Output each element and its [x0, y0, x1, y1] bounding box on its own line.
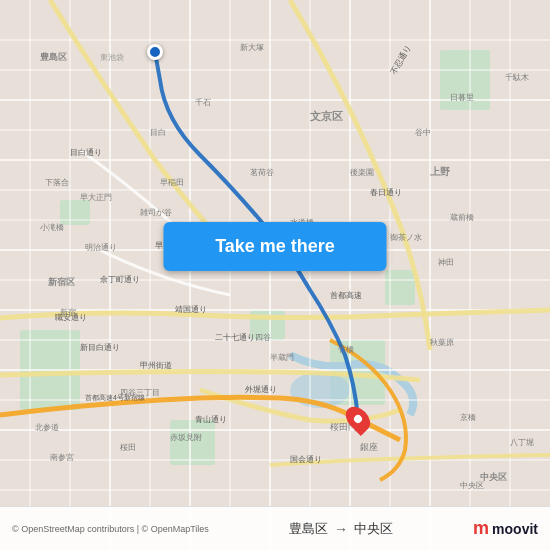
svg-text:千駄木: 千駄木 — [505, 73, 529, 82]
svg-text:八丁堀: 八丁堀 — [510, 438, 534, 447]
svg-text:下落合: 下落合 — [45, 178, 69, 187]
svg-text:蔵前橋: 蔵前橋 — [450, 213, 474, 222]
route-info: 豊島区 → 中央区 — [289, 520, 393, 538]
svg-rect-3 — [170, 420, 215, 465]
svg-text:東池袋: 東池袋 — [100, 53, 124, 62]
origin-label: 豊島区 — [289, 520, 328, 538]
svg-text:余丁町通り: 余丁町通り — [100, 275, 140, 284]
svg-text:後楽園: 後楽園 — [350, 168, 374, 177]
copyright-text: © OpenStreetMap contributors | © OpenMap… — [12, 524, 209, 534]
moovit-wordmark: moovit — [492, 521, 538, 537]
svg-text:京橋: 京橋 — [460, 413, 476, 422]
svg-text:雑司が谷: 雑司が谷 — [140, 208, 172, 217]
svg-text:谷中: 谷中 — [415, 128, 431, 137]
svg-text:中央区: 中央区 — [480, 472, 507, 482]
svg-text:明治通り: 明治通り — [85, 243, 117, 252]
svg-text:北参道: 北参道 — [35, 423, 59, 432]
moovit-logo: m moovit — [473, 518, 538, 539]
svg-text:南参宮: 南参宮 — [50, 453, 74, 462]
svg-rect-6 — [60, 200, 90, 225]
origin-pin — [147, 44, 163, 60]
map-svg: 不忍通り 目白通り 靖国通り 甲州街道 外堀通り 春日通り 国会通り 首都高速4… — [0, 0, 550, 550]
destination-pin — [348, 405, 368, 433]
svg-text:国会通り: 国会通り — [290, 455, 322, 464]
svg-text:新大塚: 新大塚 — [240, 43, 264, 52]
cta-label: Take me there — [215, 236, 335, 257]
svg-text:青山通り: 青山通り — [195, 415, 227, 424]
svg-text:靖国通り: 靖国通り — [175, 305, 207, 314]
svg-text:秋葉原: 秋葉原 — [430, 338, 454, 347]
svg-text:新宿区: 新宿区 — [48, 276, 75, 287]
svg-text:四谷三丁目: 四谷三丁目 — [120, 388, 160, 397]
svg-text:目白: 目白 — [150, 128, 166, 137]
svg-text:早稲田: 早稲田 — [160, 178, 184, 187]
svg-text:中央区: 中央区 — [460, 481, 484, 490]
svg-text:半蔵門: 半蔵門 — [270, 353, 294, 362]
svg-text:新目白通り: 新目白通り — [80, 343, 120, 352]
svg-text:豊島区: 豊島区 — [40, 52, 67, 62]
svg-text:桜田: 桜田 — [120, 443, 136, 452]
svg-text:不忍通り: 不忍通り — [389, 44, 413, 76]
svg-text:四谷: 四谷 — [255, 333, 271, 342]
svg-text:首都高速: 首都高速 — [330, 291, 362, 300]
moovit-m-letter: m — [473, 518, 489, 539]
svg-text:目白通り: 目白通り — [70, 148, 102, 157]
svg-text:神田: 神田 — [438, 258, 454, 267]
route-arrow: → — [334, 521, 348, 537]
svg-text:春日通り: 春日通り — [370, 188, 402, 197]
svg-text:小滝橋: 小滝橋 — [40, 223, 64, 232]
svg-text:新宿: 新宿 — [60, 308, 76, 317]
svg-text:千石: 千石 — [195, 98, 211, 107]
bottom-bar: © OpenStreetMap contributors | © OpenMap… — [0, 506, 550, 550]
svg-text:茗荷谷: 茗荷谷 — [250, 168, 274, 177]
destination-label: 中央区 — [354, 520, 393, 538]
svg-text:外堀通り: 外堀通り — [245, 385, 277, 394]
svg-text:赤坂見附: 赤坂見附 — [170, 433, 202, 442]
svg-text:早大正門: 早大正門 — [80, 193, 112, 202]
svg-text:上野: 上野 — [430, 166, 450, 177]
svg-text:日暮里: 日暮里 — [450, 93, 474, 102]
svg-text:銀座: 銀座 — [360, 442, 378, 452]
svg-text:二十七通り: 二十七通り — [215, 333, 255, 342]
bottom-left-content: © OpenStreetMap contributors | © OpenMap… — [12, 524, 209, 534]
svg-text:竹橋: 竹橋 — [338, 345, 354, 354]
svg-text:甲州街道: 甲州街道 — [140, 361, 172, 370]
map-container: 不忍通り 目白通り 靖国通り 甲州街道 外堀通り 春日通り 国会通り 首都高速4… — [0, 0, 550, 550]
svg-text:文京区: 文京区 — [310, 110, 343, 122]
take-me-there-button[interactable]: Take me there — [164, 222, 387, 271]
svg-text:御茶ノ水: 御茶ノ水 — [390, 233, 422, 242]
